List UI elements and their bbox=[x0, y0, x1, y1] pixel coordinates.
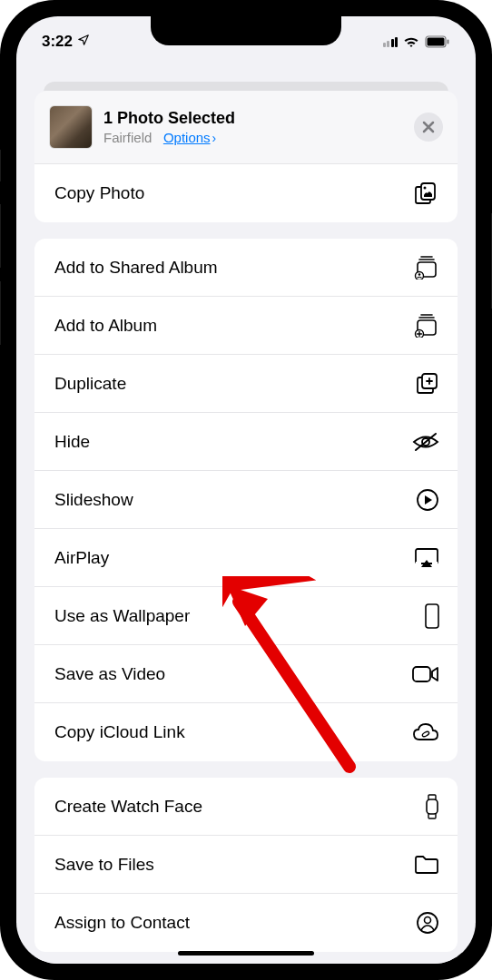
svg-rect-15 bbox=[413, 667, 430, 681]
duplicate-row[interactable]: Duplicate bbox=[34, 355, 458, 413]
action-label: Duplicate bbox=[54, 374, 126, 394]
svg-rect-17 bbox=[427, 799, 438, 814]
action-label: Add to Album bbox=[54, 316, 157, 336]
svg-point-19 bbox=[425, 917, 431, 924]
photo-thumbnail[interactable] bbox=[49, 105, 93, 149]
video-icon bbox=[410, 665, 439, 683]
svg-point-7 bbox=[418, 273, 421, 276]
screen: 3:22 1 Phot bbox=[16, 16, 476, 964]
close-icon bbox=[422, 121, 435, 133]
svg-point-16 bbox=[422, 730, 430, 737]
sheet-title: 1 Photo Selected bbox=[103, 109, 403, 128]
copy-photo-row[interactable]: Copy Photo bbox=[34, 164, 458, 222]
chevron-right-icon: › bbox=[212, 131, 217, 145]
action-label: Assign to Contact bbox=[54, 913, 190, 933]
contact-icon bbox=[410, 911, 439, 935]
add-shared-album-row[interactable]: Add to Shared Album bbox=[34, 239, 458, 297]
close-button[interactable] bbox=[414, 113, 443, 142]
svg-rect-14 bbox=[426, 604, 438, 628]
svg-rect-2 bbox=[448, 40, 449, 44]
shared-album-icon bbox=[410, 256, 439, 279]
action-label: Hide bbox=[54, 432, 90, 452]
action-label: Save to Files bbox=[54, 855, 154, 875]
actions-list[interactable]: Copy PhotoAdd to Shared AlbumAdd to Albu… bbox=[34, 164, 458, 963]
action-label: Copy iCloud Link bbox=[54, 722, 185, 742]
action-label: Add to Shared Album bbox=[54, 258, 218, 278]
notch bbox=[151, 16, 341, 45]
action-label: Copy Photo bbox=[54, 183, 144, 203]
copy-photo-icon bbox=[410, 181, 439, 206]
sheet-subtitle: Fairfield bbox=[103, 130, 152, 145]
battery-icon bbox=[425, 35, 450, 48]
action-label: Slideshow bbox=[54, 490, 133, 510]
hide-icon bbox=[410, 432, 439, 452]
sheet-header: 1 Photo Selected Fairfield Options› bbox=[34, 91, 458, 164]
wallpaper-icon bbox=[410, 603, 439, 629]
action-label: AirPlay bbox=[54, 548, 109, 568]
wifi-icon bbox=[403, 35, 419, 48]
folder-icon bbox=[410, 855, 439, 875]
save-files-row[interactable]: Save to Files bbox=[34, 836, 458, 894]
add-album-icon bbox=[410, 314, 439, 338]
airplay-row[interactable]: AirPlay bbox=[34, 529, 458, 587]
watch-icon bbox=[410, 794, 439, 819]
assign-contact-row[interactable]: Assign to Contact bbox=[34, 894, 458, 952]
slideshow-row[interactable]: Slideshow bbox=[34, 471, 458, 529]
save-video-row[interactable]: Save as Video bbox=[34, 645, 458, 703]
use-wallpaper-row[interactable]: Use as Wallpaper bbox=[34, 587, 458, 645]
location-arrow-icon bbox=[77, 33, 90, 51]
icloud-link-icon bbox=[410, 722, 439, 742]
duplicate-icon bbox=[410, 372, 439, 396]
airplay-icon bbox=[410, 547, 439, 569]
cellular-signal-icon bbox=[383, 37, 399, 47]
home-indicator[interactable] bbox=[178, 951, 314, 956]
hide-row[interactable]: Hide bbox=[34, 413, 458, 471]
svg-point-4 bbox=[424, 187, 427, 190]
svg-rect-3 bbox=[421, 183, 435, 200]
slideshow-icon bbox=[410, 488, 439, 512]
device-frame: 3:22 1 Phot bbox=[0, 0, 492, 980]
action-label: Create Watch Face bbox=[54, 797, 202, 817]
options-link[interactable]: Options bbox=[163, 130, 211, 145]
watch-face-row[interactable]: Create Watch Face bbox=[34, 778, 458, 836]
status-time: 3:22 bbox=[42, 33, 73, 51]
icloud-link-row[interactable]: Copy iCloud Link bbox=[34, 703, 458, 761]
svg-rect-1 bbox=[428, 38, 445, 46]
action-label: Save as Video bbox=[54, 664, 165, 684]
action-label: Use as Wallpaper bbox=[54, 606, 190, 626]
share-sheet: 1 Photo Selected Fairfield Options› Copy… bbox=[34, 91, 458, 964]
add-album-row[interactable]: Add to Album bbox=[34, 297, 458, 355]
